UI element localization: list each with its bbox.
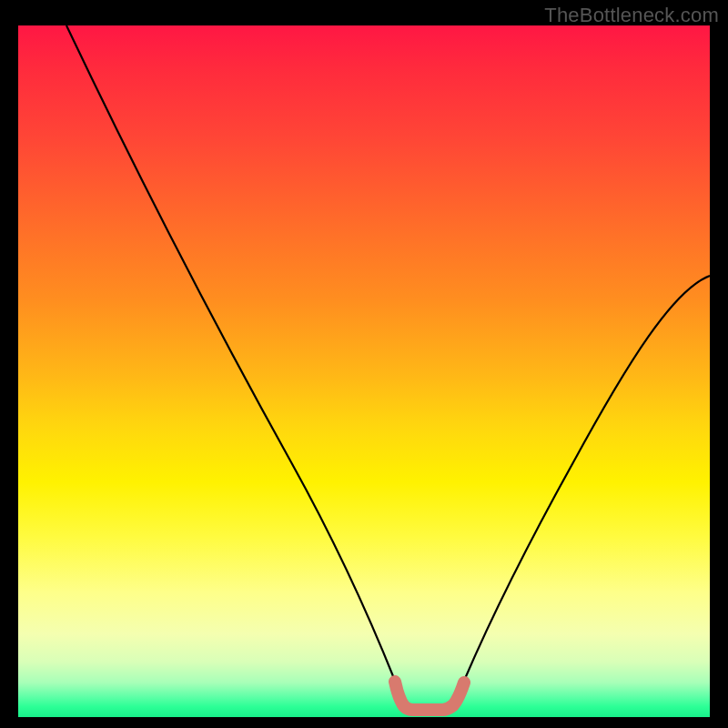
chart-overlay bbox=[18, 25, 710, 717]
plot-area bbox=[18, 25, 710, 717]
watermark-text: TheBottleneck.com bbox=[544, 4, 719, 27]
chart-frame: TheBottleneck.com bbox=[0, 0, 728, 728]
bottleneck-curve-path bbox=[66, 25, 710, 709]
optimal-range-marker-path bbox=[395, 682, 464, 710]
